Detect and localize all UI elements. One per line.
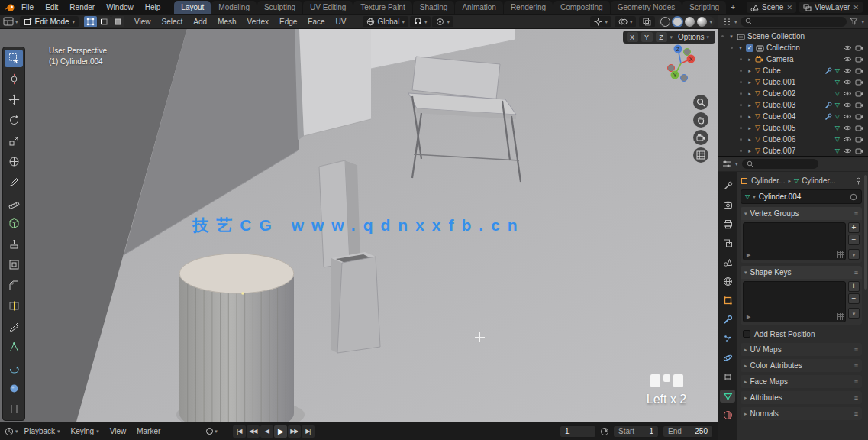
menu-help[interactable]: Help (140, 2, 166, 13)
menu-render[interactable]: Render (64, 2, 100, 13)
outliner-row-cube005[interactable]: ▸ ▽ Cube.005 ▽ (718, 122, 868, 134)
menu-marker[interactable]: Marker (132, 425, 165, 437)
render-visibility-icon[interactable] (855, 44, 864, 51)
auto-keying-toggle[interactable]: ▾ (206, 428, 218, 435)
edge-select-button[interactable] (98, 16, 111, 28)
chevron-right-icon[interactable]: ▸ (747, 114, 753, 120)
tool-select-box[interactable] (5, 50, 23, 67)
outliner-row-cube001[interactable]: ▸ ▽ Cube.001 ▽ (718, 76, 868, 88)
panel-menu-icon[interactable]: ≡ (854, 269, 858, 277)
viewlayer-selector[interactable]: ViewLayer ✕ (799, 2, 863, 13)
menu-uv[interactable]: UV (331, 16, 351, 28)
viewlayer-name[interactable]: ViewLayer (815, 3, 850, 11)
tab-geometry-nodes[interactable]: Geometry Nodes (611, 1, 682, 14)
eye-icon[interactable] (843, 67, 852, 74)
outliner-item-label[interactable]: Collection (766, 44, 800, 52)
render-visibility-icon[interactable] (855, 102, 864, 108)
uv-maps-section[interactable]: ▸ UV Maps ≡ (741, 343, 862, 356)
transform-orientation-selector[interactable]: Global ▾ (363, 16, 408, 28)
rendered-shading-button[interactable] (697, 17, 707, 27)
scene-selector[interactable]: Scene ✕ (747, 2, 796, 13)
properties-editor-icon[interactable] (722, 160, 731, 168)
menu-window[interactable]: Window (101, 2, 139, 13)
show-gizmo-toggle[interactable]: ▾ (590, 16, 611, 28)
preview-range-icon[interactable] (600, 427, 609, 436)
eye-icon[interactable] (843, 136, 852, 143)
eye-icon[interactable] (843, 102, 852, 108)
render-visibility-icon[interactable] (855, 113, 864, 120)
menu-edit[interactable]: Edit (40, 2, 63, 13)
eye-icon[interactable] (843, 56, 852, 63)
normals-section[interactable]: ▸ Normals ≡ (741, 407, 862, 420)
add-rest-position-row[interactable]: Add Rest Position (741, 328, 862, 340)
wireframe-shading-button[interactable] (660, 17, 670, 27)
chevron-right-icon[interactable]: ▸ (747, 91, 753, 97)
jump-to-start-button[interactable]: |◀ (233, 425, 246, 438)
face-select-button[interactable] (111, 16, 124, 28)
tool-knife[interactable] (5, 318, 23, 335)
outliner-row-cube004[interactable]: ▸ ▽ Cube.004 ▽ (718, 111, 868, 122)
menu-playback[interactable]: Playback▾ (20, 425, 65, 437)
add-workspace-button[interactable]: + (727, 1, 739, 14)
tab-object[interactable] (720, 294, 735, 307)
menu-file[interactable]: File (16, 2, 39, 13)
solid-shading-button[interactable] (673, 17, 682, 27)
outliner-item-label[interactable]: Cube (763, 66, 781, 75)
menu-edge[interactable]: Edge (275, 16, 302, 28)
tool-extrude-region[interactable] (5, 235, 23, 253)
outliner-row-cube002[interactable]: ▸ ▽ Cube.002 ▽ (718, 88, 868, 99)
prev-frame-button[interactable]: ◀ (260, 425, 273, 438)
play-button[interactable]: ▶ (274, 425, 287, 438)
panel-menu-icon[interactable]: ≡ (854, 210, 858, 218)
proportional-editing-controls[interactable]: ▾ (432, 16, 453, 28)
list-resize-grip[interactable] (837, 251, 844, 258)
pin-icon[interactable] (855, 177, 862, 185)
vertex-groups-header[interactable]: ▾ Vertex Groups ≡ (741, 207, 862, 220)
menu-face[interactable]: Face (303, 16, 329, 28)
zoom-button[interactable] (693, 95, 708, 110)
tab-animation[interactable]: Animation (455, 1, 502, 14)
prev-keyframe-button[interactable]: ◀◀ (247, 425, 260, 438)
vertex-group-specials-button[interactable]: ▾ (848, 249, 860, 260)
tool-cursor[interactable] (5, 70, 23, 88)
tab-compositing[interactable]: Compositing (553, 1, 610, 14)
tool-scale[interactable] (5, 132, 23, 150)
render-visibility-icon[interactable] (855, 67, 864, 74)
render-visibility-icon[interactable] (855, 147, 864, 154)
snap-controls[interactable]: ▾ (410, 16, 431, 28)
tab-scene[interactable] (720, 256, 735, 269)
menu-select[interactable]: Select (157, 16, 188, 28)
datablock-name-field[interactable]: ▽ ▾ Cylinder.004 (741, 189, 862, 204)
outliner-item-label[interactable]: Cube.006 (763, 135, 795, 144)
breadcrumb-object[interactable]: Cylinder... (751, 176, 785, 185)
render-visibility-icon[interactable] (855, 136, 864, 143)
outliner-item-label[interactable]: Scene Collection (747, 32, 805, 40)
outliner-item-label[interactable]: Cube.004 (763, 112, 795, 121)
tool-bevel[interactable] (5, 277, 23, 294)
tool-spin[interactable] (5, 359, 23, 377)
collection-checkbox[interactable]: ✓ (746, 44, 753, 52)
menu-keying[interactable]: Keying▾ (66, 425, 104, 437)
material-preview-button[interactable] (685, 17, 695, 27)
mirror-x-button[interactable]: X (627, 32, 638, 42)
tool-measure[interactable] (5, 194, 23, 212)
navigation-gizmo[interactable]: X Y Z (658, 40, 707, 89)
panel-menu-icon[interactable]: ≡ (854, 362, 858, 370)
panel-menu-icon[interactable]: ≡ (854, 410, 858, 418)
chevron-right-icon[interactable]: ▸ (747, 137, 753, 143)
panel-menu-icon[interactable]: ≡ (854, 378, 858, 386)
render-visibility-icon[interactable] (855, 90, 864, 97)
chevron-right-icon[interactable]: ▸ (747, 102, 753, 108)
tab-render[interactable] (720, 199, 735, 212)
outliner-row-cube006[interactable]: ▸ ▽ Cube.006 ▽ (718, 134, 868, 145)
tab-sculpting[interactable]: Sculpting (257, 1, 302, 14)
chevron-down-icon[interactable]: ▾ (737, 45, 744, 51)
shield-icon[interactable] (850, 193, 857, 201)
start-frame-field[interactable]: Start1 (613, 425, 659, 438)
outliner-item-label[interactable]: Cube.002 (763, 89, 795, 98)
tab-uv-editing[interactable]: UV Editing (303, 1, 353, 14)
chevron-down-icon[interactable]: ▾ (728, 34, 734, 40)
outliner-item-label[interactable]: Cube.007 (763, 147, 795, 155)
tab-modifiers[interactable] (720, 313, 735, 326)
eye-icon[interactable] (843, 125, 852, 131)
